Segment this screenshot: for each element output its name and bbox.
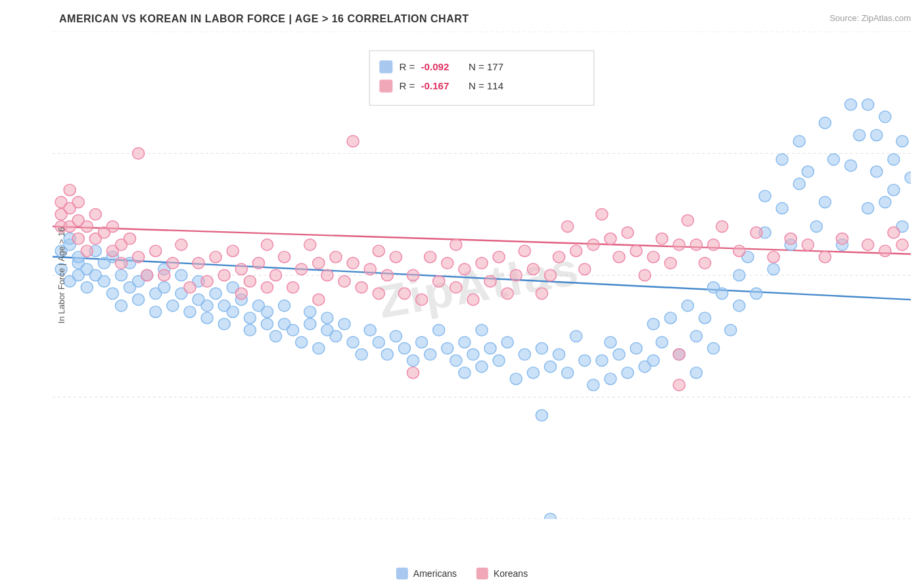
svg-point-182 bbox=[81, 245, 93, 257]
svg-point-202 bbox=[227, 245, 239, 257]
svg-point-222 bbox=[373, 245, 384, 257]
svg-point-244 bbox=[544, 269, 556, 281]
svg-point-160 bbox=[862, 202, 874, 214]
svg-text:R =: R = bbox=[399, 62, 415, 72]
svg-point-114 bbox=[553, 349, 565, 361]
chart-container: AMERICAN VS KOREAN IN LABOR FORCE | AGE … bbox=[0, 0, 924, 586]
svg-point-195 bbox=[167, 258, 179, 269]
source-text: Source: ZipAtlas.com bbox=[829, 13, 911, 23]
svg-point-109 bbox=[519, 349, 530, 361]
svg-point-59 bbox=[184, 306, 196, 318]
svg-point-245 bbox=[553, 251, 565, 263]
svg-point-210 bbox=[279, 251, 290, 263]
svg-point-220 bbox=[356, 282, 367, 294]
svg-point-206 bbox=[252, 258, 264, 269]
svg-point-46 bbox=[115, 300, 127, 312]
svg-point-177 bbox=[64, 184, 76, 196]
svg-point-189 bbox=[115, 258, 127, 269]
svg-point-147 bbox=[776, 154, 788, 166]
svg-point-115 bbox=[562, 367, 574, 379]
svg-point-216 bbox=[321, 269, 333, 281]
svg-point-102 bbox=[467, 349, 479, 361]
svg-point-64 bbox=[210, 288, 221, 300]
svg-point-142 bbox=[751, 288, 762, 300]
svg-point-239 bbox=[501, 288, 513, 300]
svg-point-152 bbox=[810, 221, 822, 233]
svg-point-101 bbox=[459, 367, 471, 379]
svg-point-112 bbox=[536, 410, 547, 422]
svg-point-98 bbox=[442, 343, 453, 355]
svg-point-63 bbox=[201, 312, 213, 324]
svg-point-107 bbox=[501, 336, 513, 348]
svg-point-154 bbox=[819, 196, 831, 208]
svg-point-87 bbox=[347, 336, 359, 348]
svg-point-53 bbox=[150, 306, 162, 318]
svg-point-75 bbox=[270, 330, 282, 342]
svg-point-264 bbox=[716, 221, 728, 233]
legend-item-koreans: Koreans bbox=[476, 568, 528, 579]
svg-point-265 bbox=[733, 245, 745, 257]
svg-point-274 bbox=[888, 227, 900, 238]
svg-point-215 bbox=[313, 294, 325, 305]
svg-point-140 bbox=[733, 300, 745, 312]
svg-point-205 bbox=[244, 275, 256, 287]
svg-point-207 bbox=[261, 282, 273, 294]
svg-point-201 bbox=[218, 269, 230, 281]
svg-point-181 bbox=[81, 221, 93, 233]
svg-point-67 bbox=[227, 306, 239, 318]
svg-point-261 bbox=[690, 239, 702, 251]
svg-point-149 bbox=[793, 178, 805, 190]
svg-point-266 bbox=[751, 227, 762, 238]
svg-point-110 bbox=[527, 367, 539, 379]
svg-point-170 bbox=[905, 172, 911, 184]
svg-point-106 bbox=[493, 355, 505, 367]
svg-point-117 bbox=[579, 355, 591, 367]
svg-point-212 bbox=[296, 263, 308, 275]
svg-point-96 bbox=[425, 349, 436, 361]
svg-point-259 bbox=[673, 239, 685, 251]
svg-point-252 bbox=[613, 251, 625, 263]
chart-area: In Labor Force | Age > 16 100.0% 80.0% 6… bbox=[53, 32, 911, 519]
svg-point-249 bbox=[588, 239, 599, 251]
svg-point-108 bbox=[510, 373, 522, 385]
svg-point-92 bbox=[390, 330, 402, 342]
svg-point-100 bbox=[459, 336, 471, 348]
svg-rect-19 bbox=[379, 60, 392, 74]
svg-point-90 bbox=[373, 336, 384, 348]
svg-point-162 bbox=[871, 166, 883, 178]
legend-label-americans: Americans bbox=[413, 568, 457, 579]
svg-point-246 bbox=[562, 221, 574, 233]
svg-point-78 bbox=[287, 325, 299, 336]
svg-point-167 bbox=[888, 184, 900, 196]
svg-point-133 bbox=[690, 367, 702, 379]
svg-point-231 bbox=[442, 258, 453, 269]
svg-point-241 bbox=[519, 245, 530, 257]
svg-point-234 bbox=[459, 263, 471, 275]
svg-point-258 bbox=[664, 258, 676, 269]
svg-point-260 bbox=[681, 215, 693, 227]
svg-point-95 bbox=[416, 336, 428, 348]
svg-point-187 bbox=[106, 221, 118, 233]
chart-title: AMERICAN VS KOREAN IN LABOR FORCE | AGE … bbox=[59, 13, 911, 25]
svg-point-256 bbox=[647, 251, 659, 263]
svg-point-248 bbox=[579, 263, 591, 275]
svg-point-132 bbox=[690, 330, 702, 342]
svg-point-238 bbox=[493, 251, 505, 263]
svg-rect-18 bbox=[369, 51, 594, 105]
y-axis-label: In Labor Force | Age > 16 bbox=[57, 227, 66, 324]
svg-point-126 bbox=[647, 318, 659, 330]
svg-point-105 bbox=[484, 343, 496, 355]
svg-point-54 bbox=[158, 282, 170, 294]
svg-point-236 bbox=[476, 258, 488, 269]
legend-label-koreans: Koreans bbox=[494, 568, 528, 579]
svg-point-275 bbox=[896, 239, 908, 251]
svg-point-157 bbox=[845, 99, 857, 111]
svg-point-223 bbox=[373, 288, 384, 300]
svg-point-247 bbox=[570, 245, 582, 257]
svg-point-119 bbox=[596, 355, 608, 367]
main-chart: 100.0% 80.0% 60.0% 40.0% 0.0% 100.0% 25.… bbox=[53, 32, 911, 519]
svg-point-171 bbox=[544, 513, 556, 519]
svg-point-116 bbox=[570, 330, 582, 342]
svg-point-272 bbox=[862, 239, 874, 251]
svg-point-213 bbox=[304, 239, 316, 251]
